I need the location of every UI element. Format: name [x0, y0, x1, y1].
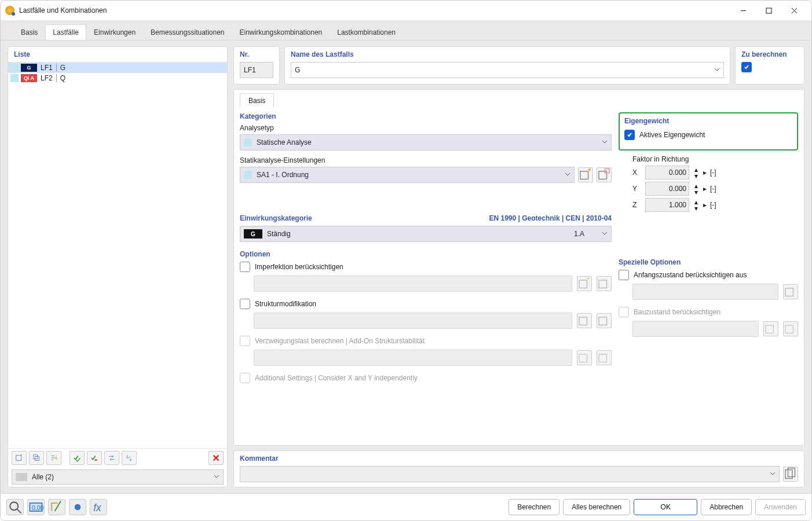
imperfection-checkbox[interactable] — [240, 262, 250, 272]
selfweight-checkbox[interactable] — [624, 130, 635, 140]
spinner-buttons[interactable]: ▴▾ — [693, 182, 700, 195]
delete-button[interactable] — [209, 451, 224, 465]
settings-value: SA1 - I. Ordnung — [257, 171, 309, 179]
separator — [56, 74, 57, 82]
action-category-value: Ständig — [267, 230, 291, 238]
length-button[interactable] — [48, 499, 65, 515]
selfweight-group: Eigengewicht Aktives Eigengewicht — [619, 112, 798, 151]
edit-settings-button[interactable] — [597, 167, 612, 182]
loadcase-name: Q — [60, 74, 65, 82]
close-button[interactable] — [781, 2, 807, 19]
spinner-buttons[interactable]: ▴▾ — [693, 199, 700, 211]
svg-text:2: 2 — [126, 454, 129, 458]
unit-label: [-] — [710, 185, 716, 193]
swap-button[interactable] — [104, 451, 119, 465]
structmod-checkbox[interactable] — [240, 299, 250, 309]
main-tabs: Basis Lastfälle Einwirkungen Bemessungss… — [1, 21, 811, 41]
imperfection-input[interactable] — [254, 276, 572, 292]
spinner-buttons[interactable]: ▴▾ — [693, 166, 700, 179]
play-icon[interactable]: ▸ — [703, 201, 707, 209]
copy-button[interactable] — [29, 451, 44, 465]
category-badge: Qi A — [21, 74, 37, 82]
cancel-button[interactable]: Abbrechen — [701, 499, 752, 515]
edit-icon-button[interactable] — [783, 284, 798, 299]
svg-point-23 — [75, 504, 81, 511]
loadcase-list: G LF1 G Qi A LF2 Q — [8, 62, 227, 448]
svg-rect-15 — [785, 288, 793, 296]
analysis-select[interactable]: Statische Analyse — [240, 134, 612, 151]
ok-button[interactable]: OK — [634, 499, 697, 515]
list-title: Liste — [8, 47, 227, 62]
tab-bemessungssituationen[interactable]: Bemessungssituationen — [143, 24, 232, 40]
calc-checkbox[interactable] — [741, 62, 752, 72]
window-title: Lastfälle und Kombinationen — [19, 6, 730, 14]
edit-icon-button[interactable] — [597, 276, 612, 291]
factor-z-input[interactable]: 1.000 — [645, 198, 689, 212]
new-icon-button[interactable] — [577, 276, 592, 291]
new-settings-button[interactable] — [578, 167, 593, 182]
svg-rect-2 — [34, 455, 38, 459]
construction-checkbox — [619, 307, 629, 317]
new-button[interactable] — [12, 451, 27, 465]
subtab-basis[interactable]: Basis — [240, 93, 274, 108]
calc-button[interactable]: Berechnen — [509, 499, 559, 515]
branching-checkbox — [240, 336, 250, 346]
calc-panel: Zu berechnen — [735, 46, 804, 85]
svg-point-20 — [10, 502, 18, 510]
minimize-button[interactable] — [730, 2, 756, 19]
select-all-button[interactable] — [70, 451, 85, 465]
svg-rect-9 — [579, 280, 587, 288]
structmod-label: Strukturmodifikation — [255, 300, 316, 308]
play-icon[interactable]: ▸ — [703, 168, 707, 177]
tab-einwirkungen[interactable]: Einwirkungen — [86, 24, 143, 40]
special-options-group: Spezielle Optionen Anfangszustand berück… — [619, 258, 798, 337]
chevron-down-icon — [602, 138, 608, 146]
chevron-down-icon — [714, 66, 720, 74]
tab-basis[interactable]: Basis — [13, 24, 45, 40]
standard-label: EN 1990 | Geotechnik | CEN | 2010-04 — [489, 214, 612, 226]
category-badge: G — [244, 229, 262, 239]
renumber-button[interactable]: 26 — [122, 451, 137, 465]
comment-select[interactable] — [240, 466, 780, 482]
nr-field[interactable]: LF1 — [240, 62, 273, 78]
tab-einwirkungskombinationen[interactable]: Einwirkungskombinationen — [232, 24, 330, 40]
tab-lastfaelle[interactable]: Lastfälle — [45, 24, 86, 40]
edit-icon-button[interactable] — [597, 313, 612, 328]
comment-edit-button[interactable] — [783, 467, 798, 482]
filter-select[interactable]: Alle (2) — [12, 469, 224, 485]
structmod-input[interactable] — [254, 313, 572, 329]
calc-all-button[interactable]: Alles berechnen — [563, 499, 630, 515]
name-select[interactable]: G — [291, 62, 724, 78]
play-icon[interactable]: ▸ — [703, 185, 707, 193]
units-button[interactable]: 0,00 — [27, 499, 45, 515]
footer: 0,00 fx Berechnen Alles berechnen OK Abb… — [1, 493, 811, 520]
sort-button[interactable] — [46, 451, 61, 465]
tab-lastkombinationen[interactable]: Lastkombinationen — [330, 24, 403, 40]
selfweight-title: Eigengewicht — [624, 117, 792, 125]
chevron-down-icon — [602, 230, 608, 238]
list-panel: Liste G LF1 G Qi A LF2 Q — [8, 46, 228, 487]
factor-y-input[interactable]: 0.000 — [645, 182, 689, 196]
deselect-all-button[interactable] — [87, 451, 102, 465]
function-button[interactable]: fx — [90, 499, 107, 515]
apply-button: Anwenden — [755, 499, 806, 515]
search-button[interactable] — [6, 499, 24, 515]
edit-icon-button — [783, 321, 798, 336]
settings-select[interactable]: SA1 - I. Ordnung — [240, 167, 575, 183]
color-button[interactable] — [69, 499, 86, 515]
factor-x-input[interactable]: 0.000 — [645, 166, 689, 179]
action-category-select[interactable]: G Ständig 1.A — [240, 226, 612, 242]
axis-y: Y — [632, 185, 642, 193]
loadcase-name: G — [60, 64, 65, 72]
list-item[interactable]: Qi A LF2 Q — [8, 73, 227, 83]
maximize-button[interactable] — [756, 2, 781, 19]
additional-checkbox — [240, 373, 250, 383]
new-icon-button[interactable] — [577, 313, 592, 328]
initial-checkbox[interactable] — [619, 270, 629, 280]
initial-label: Anfangszustand berücksichtigen aus — [634, 271, 747, 279]
construction-label: Bauzustand berücksichtigen — [634, 308, 720, 316]
chevron-down-icon — [565, 171, 570, 179]
list-item[interactable]: G LF1 G — [8, 63, 227, 73]
sub-tabs: Basis — [234, 90, 804, 108]
initial-input[interactable] — [632, 284, 778, 300]
